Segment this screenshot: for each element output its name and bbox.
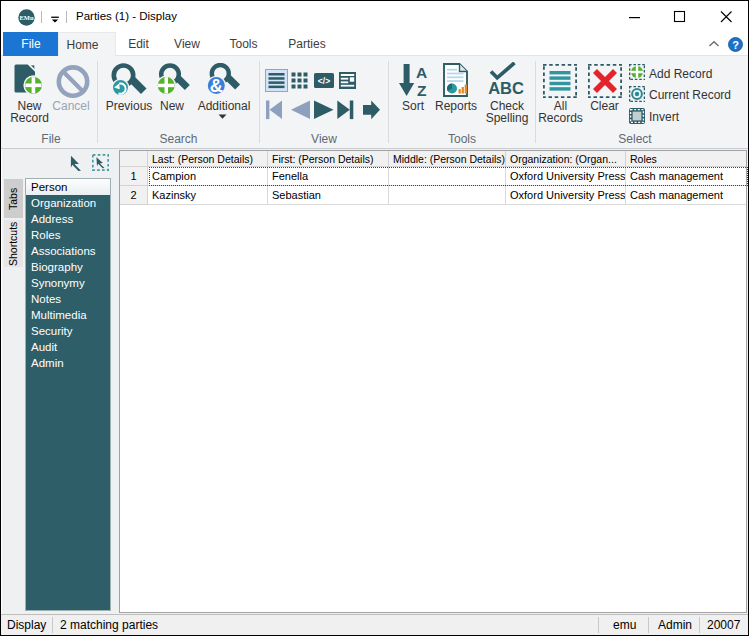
svg-text:A: A — [416, 64, 427, 81]
svg-text:Z: Z — [417, 82, 427, 97]
svg-text:&: & — [210, 76, 223, 96]
svg-text:EMu: EMu — [19, 14, 33, 21]
svg-text:</>: </> — [318, 76, 330, 86]
svg-text:?: ? — [732, 39, 739, 51]
svg-text:ABC: ABC — [488, 79, 524, 97]
